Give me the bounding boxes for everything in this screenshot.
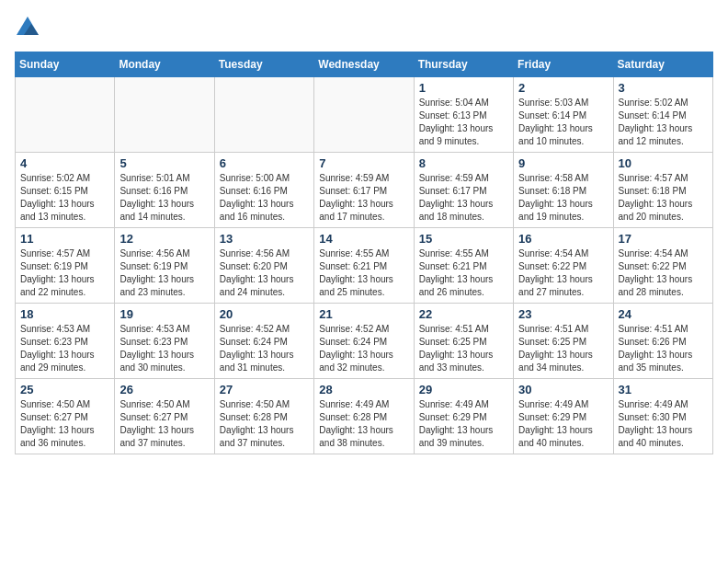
day-info: Sunrise: 5:01 AMSunset: 6:16 PMDaylight:…	[119, 172, 209, 224]
calendar-cell: 22Sunrise: 4:51 AMSunset: 6:25 PMDayligh…	[414, 304, 513, 379]
calendar-cell: 3Sunrise: 5:02 AMSunset: 6:14 PMDaylight…	[613, 77, 712, 153]
calendar-cell: 21Sunrise: 4:52 AMSunset: 6:24 PMDayligh…	[314, 304, 414, 379]
calendar-cell: 20Sunrise: 4:52 AMSunset: 6:24 PMDayligh…	[214, 304, 313, 379]
calendar-week-row: 25Sunrise: 4:50 AMSunset: 6:27 PMDayligh…	[16, 379, 713, 454]
day-number: 10	[619, 156, 708, 170]
weekday-header-saturday: Saturday	[613, 52, 712, 77]
calendar-cell: 24Sunrise: 4:51 AMSunset: 6:26 PMDayligh…	[613, 304, 712, 379]
day-info: Sunrise: 4:54 AMSunset: 6:22 PMDaylight:…	[518, 247, 608, 299]
calendar-cell: 23Sunrise: 4:51 AMSunset: 6:25 PMDayligh…	[514, 304, 613, 379]
day-info: Sunrise: 4:54 AMSunset: 6:22 PMDaylight:…	[619, 247, 708, 299]
calendar-cell	[314, 77, 414, 153]
day-number: 18	[20, 307, 109, 321]
day-number: 7	[319, 156, 408, 170]
logo-icon	[15, 15, 40, 40]
day-number: 28	[319, 383, 408, 396]
calendar-cell: 7Sunrise: 4:59 AMSunset: 6:17 PMDaylight…	[314, 153, 414, 228]
day-number: 3	[619, 81, 708, 95]
day-info: Sunrise: 4:51 AMSunset: 6:25 PMDaylight:…	[518, 323, 608, 374]
calendar-week-row: 1Sunrise: 5:04 AMSunset: 6:13 PMDaylight…	[16, 77, 713, 153]
day-info: Sunrise: 4:49 AMSunset: 6:30 PMDaylight:…	[619, 398, 708, 450]
calendar-cell: 26Sunrise: 4:50 AMSunset: 6:27 PMDayligh…	[115, 379, 214, 454]
day-number: 2	[518, 81, 608, 95]
day-number: 5	[119, 156, 209, 170]
day-number: 20	[220, 307, 309, 321]
day-info: Sunrise: 4:49 AMSunset: 6:28 PMDaylight:…	[319, 398, 408, 450]
day-number: 31	[619, 383, 708, 396]
day-number: 17	[619, 232, 708, 246]
calendar-cell: 13Sunrise: 4:56 AMSunset: 6:20 PMDayligh…	[214, 228, 313, 304]
calendar-cell: 29Sunrise: 4:49 AMSunset: 6:29 PMDayligh…	[414, 379, 513, 454]
calendar-cell: 5Sunrise: 5:01 AMSunset: 6:16 PMDaylight…	[115, 153, 214, 228]
day-info: Sunrise: 5:04 AMSunset: 6:13 PMDaylight:…	[419, 97, 508, 148]
day-number: 29	[419, 383, 508, 396]
day-number: 22	[419, 307, 508, 321]
day-info: Sunrise: 5:02 AMSunset: 6:14 PMDaylight:…	[619, 97, 708, 148]
day-info: Sunrise: 4:56 AMSunset: 6:19 PMDaylight:…	[119, 247, 209, 299]
day-info: Sunrise: 4:50 AMSunset: 6:27 PMDaylight:…	[119, 398, 209, 450]
day-info: Sunrise: 4:49 AMSunset: 6:29 PMDaylight:…	[518, 398, 608, 450]
weekday-header-sunday: Sunday	[16, 52, 115, 77]
calendar-cell: 12Sunrise: 4:56 AMSunset: 6:19 PMDayligh…	[115, 228, 214, 304]
calendar-cell: 4Sunrise: 5:02 AMSunset: 6:15 PMDaylight…	[16, 153, 115, 228]
calendar-cell: 8Sunrise: 4:59 AMSunset: 6:17 PMDaylight…	[414, 153, 513, 228]
calendar-cell: 1Sunrise: 5:04 AMSunset: 6:13 PMDaylight…	[414, 77, 513, 153]
day-info: Sunrise: 4:57 AMSunset: 6:18 PMDaylight:…	[619, 172, 708, 224]
calendar-cell: 18Sunrise: 4:53 AMSunset: 6:23 PMDayligh…	[16, 304, 115, 379]
calendar-week-row: 18Sunrise: 4:53 AMSunset: 6:23 PMDayligh…	[16, 304, 713, 379]
day-info: Sunrise: 5:00 AMSunset: 6:16 PMDaylight:…	[220, 172, 309, 224]
day-number: 16	[518, 232, 608, 246]
day-info: Sunrise: 4:53 AMSunset: 6:23 PMDaylight:…	[20, 323, 109, 374]
day-number: 1	[419, 81, 508, 95]
day-info: Sunrise: 4:50 AMSunset: 6:27 PMDaylight:…	[20, 398, 109, 450]
calendar-cell: 30Sunrise: 4:49 AMSunset: 6:29 PMDayligh…	[514, 379, 613, 454]
calendar-cell	[16, 77, 115, 153]
day-number: 14	[319, 232, 408, 246]
day-info: Sunrise: 4:59 AMSunset: 6:17 PMDaylight:…	[419, 172, 508, 224]
calendar-cell: 16Sunrise: 4:54 AMSunset: 6:22 PMDayligh…	[514, 228, 613, 304]
day-info: Sunrise: 4:50 AMSunset: 6:28 PMDaylight:…	[220, 398, 309, 450]
day-info: Sunrise: 4:57 AMSunset: 6:19 PMDaylight:…	[20, 247, 109, 299]
day-number: 26	[119, 383, 209, 396]
day-number: 15	[419, 232, 508, 246]
calendar-week-row: 11Sunrise: 4:57 AMSunset: 6:19 PMDayligh…	[16, 228, 713, 304]
weekday-header-thursday: Thursday	[414, 52, 513, 77]
weekday-header-friday: Friday	[514, 52, 613, 77]
day-number: 11	[20, 232, 109, 246]
logo	[15, 15, 44, 40]
calendar-cell: 28Sunrise: 4:49 AMSunset: 6:28 PMDayligh…	[314, 379, 414, 454]
weekday-header-monday: Monday	[115, 52, 214, 77]
day-info: Sunrise: 4:51 AMSunset: 6:25 PMDaylight:…	[419, 323, 508, 374]
day-info: Sunrise: 4:49 AMSunset: 6:29 PMDaylight:…	[419, 398, 508, 450]
calendar-cell: 19Sunrise: 4:53 AMSunset: 6:23 PMDayligh…	[115, 304, 214, 379]
day-number: 23	[518, 307, 608, 321]
day-number: 12	[119, 232, 209, 246]
page-header	[15, 15, 713, 40]
day-info: Sunrise: 4:59 AMSunset: 6:17 PMDaylight:…	[319, 172, 408, 224]
calendar-cell: 31Sunrise: 4:49 AMSunset: 6:30 PMDayligh…	[613, 379, 712, 454]
day-info: Sunrise: 5:02 AMSunset: 6:15 PMDaylight:…	[20, 172, 109, 224]
day-number: 8	[419, 156, 508, 170]
day-number: 13	[220, 232, 309, 246]
day-info: Sunrise: 5:03 AMSunset: 6:14 PMDaylight:…	[518, 97, 608, 148]
day-number: 24	[619, 307, 708, 321]
calendar-cell: 6Sunrise: 5:00 AMSunset: 6:16 PMDaylight…	[214, 153, 313, 228]
weekday-header-wednesday: Wednesday	[314, 52, 414, 77]
day-info: Sunrise: 4:53 AMSunset: 6:23 PMDaylight:…	[119, 323, 209, 374]
day-number: 25	[20, 383, 109, 396]
calendar-cell: 11Sunrise: 4:57 AMSunset: 6:19 PMDayligh…	[16, 228, 115, 304]
calendar-cell: 2Sunrise: 5:03 AMSunset: 6:14 PMDaylight…	[514, 77, 613, 153]
calendar-cell: 25Sunrise: 4:50 AMSunset: 6:27 PMDayligh…	[16, 379, 115, 454]
day-info: Sunrise: 4:58 AMSunset: 6:18 PMDaylight:…	[518, 172, 608, 224]
day-number: 21	[319, 307, 408, 321]
day-number: 19	[119, 307, 209, 321]
calendar-cell: 14Sunrise: 4:55 AMSunset: 6:21 PMDayligh…	[314, 228, 414, 304]
day-info: Sunrise: 4:51 AMSunset: 6:26 PMDaylight:…	[619, 323, 708, 374]
day-info: Sunrise: 4:56 AMSunset: 6:20 PMDaylight:…	[220, 247, 309, 299]
calendar-cell	[214, 77, 313, 153]
day-number: 27	[220, 383, 309, 396]
day-number: 6	[220, 156, 309, 170]
calendar-cell: 27Sunrise: 4:50 AMSunset: 6:28 PMDayligh…	[214, 379, 313, 454]
day-number: 4	[20, 156, 109, 170]
day-info: Sunrise: 4:52 AMSunset: 6:24 PMDaylight:…	[220, 323, 309, 374]
